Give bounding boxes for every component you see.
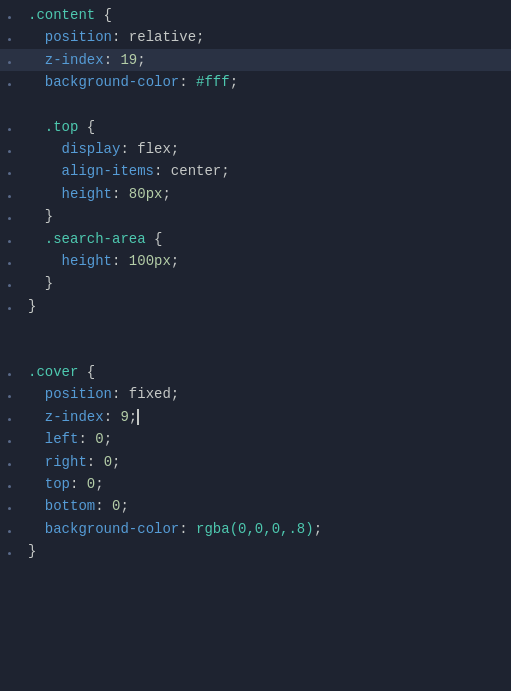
code-token: : <box>95 498 112 514</box>
code-line <box>0 317 511 339</box>
code-token: : <box>112 386 129 402</box>
code-token: center <box>171 163 221 179</box>
code-token: : <box>120 141 137 157</box>
code-token: rgba(0,0,0,.8) <box>196 521 314 537</box>
line-content: } <box>28 540 511 562</box>
code-line: position: relative; <box>0 26 511 48</box>
line-content: left: 0; <box>28 428 511 450</box>
code-line: left: 0; <box>0 428 511 450</box>
code-line: z-index: 19; <box>0 49 511 71</box>
code-token: left <box>45 431 79 447</box>
code-token: 0 <box>87 476 95 492</box>
code-line: height: 80px; <box>0 183 511 205</box>
code-token: height <box>62 253 112 269</box>
code-line <box>0 94 511 116</box>
line-gutter <box>8 83 20 86</box>
line-gutter <box>8 552 20 555</box>
code-line: display: flex; <box>0 138 511 160</box>
code-token: : <box>154 163 171 179</box>
line-content: .search-area { <box>28 228 511 250</box>
code-token: ; <box>171 386 179 402</box>
code-token: 9 <box>120 409 128 425</box>
code-token: { <box>146 231 163 247</box>
line-gutter <box>8 61 20 64</box>
line-content: right: 0; <box>28 451 511 473</box>
code-token: ; <box>221 163 229 179</box>
code-token: right <box>45 454 87 470</box>
code-token: : <box>112 253 129 269</box>
code-token: ; <box>112 454 120 470</box>
code-token: ; <box>137 52 145 68</box>
code-token: display <box>62 141 121 157</box>
line-content: background-color: #fff; <box>28 71 511 93</box>
line-gutter <box>8 38 20 41</box>
text-cursor <box>137 409 139 425</box>
code-token: 80px <box>129 186 163 202</box>
code-line: background-color: #fff; <box>0 71 511 93</box>
line-content: } <box>28 205 511 227</box>
code-line: .content { <box>0 4 511 26</box>
code-line: .search-area { <box>0 228 511 250</box>
line-gutter <box>8 262 20 265</box>
line-content: position: fixed; <box>28 383 511 405</box>
code-token: z-index <box>45 52 104 68</box>
code-token: ; <box>196 29 204 45</box>
line-content: z-index: 19; <box>28 49 511 71</box>
line-gutter <box>8 507 20 510</box>
code-line: right: 0; <box>0 451 511 473</box>
code-token: : <box>78 431 95 447</box>
line-content: position: relative; <box>28 26 511 48</box>
code-token: ; <box>171 253 179 269</box>
line-gutter <box>8 307 20 310</box>
line-gutter <box>8 150 20 153</box>
code-token: position <box>45 29 112 45</box>
code-token: : <box>179 521 196 537</box>
code-token: { <box>95 7 112 23</box>
code-token: bottom <box>45 498 95 514</box>
code-line <box>0 339 511 361</box>
code-token: position <box>45 386 112 402</box>
code-token: top <box>45 476 70 492</box>
code-token: : <box>179 74 196 90</box>
line-content: bottom: 0; <box>28 495 511 517</box>
code-token: background-color <box>45 74 179 90</box>
line-content: } <box>28 295 511 317</box>
line-content: z-index: 9; <box>28 406 511 428</box>
code-line: position: fixed; <box>0 383 511 405</box>
code-token: fixed <box>129 386 171 402</box>
code-token: } <box>28 298 36 314</box>
line-content: } <box>28 272 511 294</box>
code-token: } <box>28 543 36 559</box>
code-line: bottom: 0; <box>0 495 511 517</box>
line-gutter <box>8 418 20 421</box>
line-gutter <box>8 284 20 287</box>
line-gutter <box>8 16 20 19</box>
code-token: .cover <box>28 364 78 380</box>
code-token: : <box>104 409 121 425</box>
line-gutter <box>8 395 20 398</box>
code-token: align-items <box>62 163 154 179</box>
line-content: .top { <box>28 116 511 138</box>
code-token: .search-area <box>45 231 146 247</box>
code-token: } <box>45 275 53 291</box>
line-content: background-color: rgba(0,0,0,.8); <box>28 518 511 540</box>
line-content: .content { <box>28 4 511 26</box>
code-token: .top <box>45 119 79 135</box>
code-token: #fff <box>196 74 230 90</box>
code-token: ; <box>314 521 322 537</box>
code-token: { <box>78 119 95 135</box>
code-token: 0 <box>95 431 103 447</box>
code-token: ; <box>95 476 103 492</box>
code-token: ; <box>162 186 170 202</box>
code-token: } <box>45 208 53 224</box>
line-content: display: flex; <box>28 138 511 160</box>
code-token: height <box>62 186 112 202</box>
code-line: } <box>0 205 511 227</box>
code-editor: .content { position: relative; z-index: … <box>0 0 511 691</box>
line-gutter <box>8 373 20 376</box>
line-content: height: 80px; <box>28 183 511 205</box>
line-content: height: 100px; <box>28 250 511 272</box>
code-token: 100px <box>129 253 171 269</box>
code-token: : <box>70 476 87 492</box>
code-line: top: 0; <box>0 473 511 495</box>
